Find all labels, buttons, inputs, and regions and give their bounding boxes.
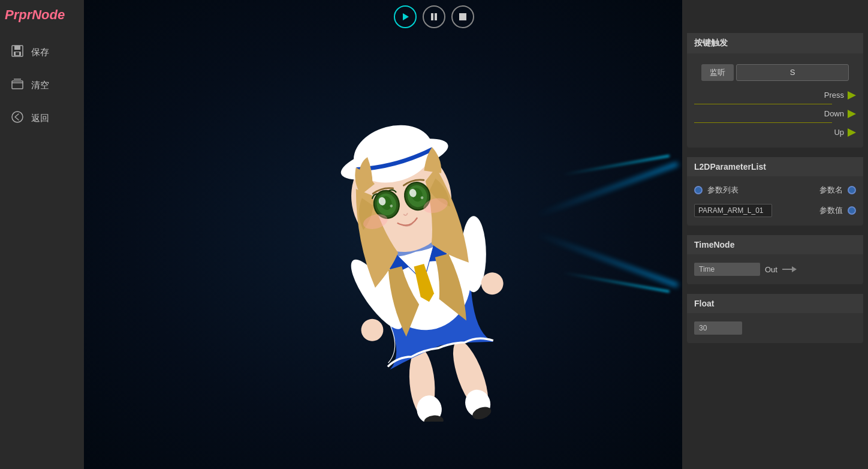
back-icon	[11, 110, 24, 127]
back-label: 返回	[31, 113, 49, 124]
stop-button[interactable]	[451, 5, 474, 28]
play-button[interactable]	[394, 5, 417, 28]
up-trigger-row: Up	[694, 123, 856, 142]
down-label: Down	[824, 109, 848, 118]
float-card: Float	[687, 294, 863, 343]
clear-label: 清空	[31, 80, 49, 91]
main-canvas	[84, 0, 682, 469]
float-input[interactable]	[694, 321, 742, 335]
param-name-dot[interactable]	[848, 186, 856, 194]
param-name-input[interactable]	[694, 204, 772, 217]
param-list-row: 参数列表 参数名	[694, 182, 856, 198]
param-value-dot[interactable]	[848, 206, 856, 215]
out-label: Out	[765, 265, 777, 274]
svg-rect-3	[459, 13, 466, 20]
press-label: Press	[824, 91, 848, 100]
svg-point-9	[12, 112, 23, 122]
up-arrow	[848, 128, 856, 137]
save-label: 保存	[31, 47, 49, 58]
svg-marker-0	[403, 13, 409, 20]
sidebar-item-clear[interactable]: 清空	[0, 69, 84, 102]
press-trigger-row: Press	[694, 86, 856, 104]
time-node-card: TimeNode Out	[687, 235, 863, 284]
time-row: Out	[694, 260, 856, 278]
float-title: Float	[687, 294, 863, 313]
save-icon	[11, 44, 24, 61]
right-panel: 按键触发 监听 S Press Down Up	[682, 0, 868, 469]
svg-rect-5	[14, 46, 20, 50]
time-node-title: TimeNode	[687, 235, 863, 254]
svg-rect-1	[431, 13, 433, 20]
press-arrow	[848, 91, 856, 100]
key-display[interactable]: S	[736, 64, 849, 81]
up-label: Up	[834, 128, 848, 137]
sidebar: PrprNode 保存 清空 返回	[0, 0, 84, 469]
param-list-radio[interactable]	[694, 186, 703, 194]
down-arrow	[848, 110, 856, 118]
transport-controls	[394, 5, 474, 28]
out-arrow-icon	[792, 266, 797, 272]
clear-icon	[11, 77, 24, 94]
sidebar-item-save[interactable]: 保存	[0, 36, 84, 69]
sidebar-item-back[interactable]: 返回	[0, 102, 84, 135]
listen-button[interactable]: 监听	[701, 64, 734, 81]
svg-rect-2	[435, 13, 437, 20]
param-value-label: 参数值	[819, 205, 843, 216]
param-input-row: 参数值	[694, 202, 856, 220]
param-name-label: 参数名	[819, 185, 843, 196]
param-list-label: 参数列表	[707, 185, 739, 196]
float-row	[694, 319, 856, 337]
time-input[interactable]	[694, 263, 760, 276]
top-bar	[0, 0, 868, 33]
key-trigger-card: 按键触发 监听 S Press Down Up	[687, 33, 863, 148]
pause-button[interactable]	[423, 5, 445, 28]
down-trigger-row: Down	[694, 104, 856, 123]
svg-point-19	[358, 317, 385, 344]
key-trigger-buttons: 监听 S	[694, 59, 856, 86]
l2d-param-card: L2DParameterList 参数列表 参数名 参数值	[687, 157, 863, 226]
svg-rect-8	[12, 81, 23, 89]
svg-rect-7	[16, 52, 19, 55]
key-trigger-title: 按键触发	[687, 33, 863, 53]
l2d-param-title: L2DParameterList	[687, 157, 863, 176]
character-display	[263, 62, 563, 422]
